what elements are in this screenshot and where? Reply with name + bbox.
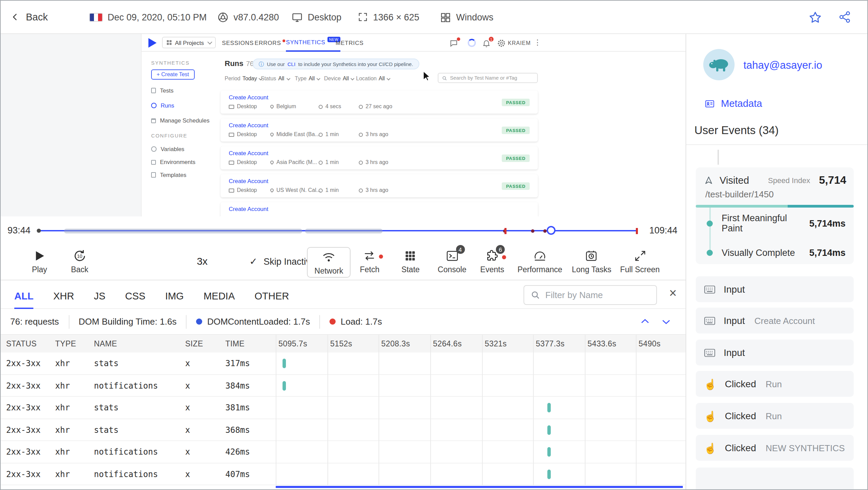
close-panel-icon[interactable]: × — [669, 287, 677, 299]
alert-dot-icon — [457, 37, 460, 41]
event-type: Input — [724, 347, 745, 358]
request-timing-bar — [547, 447, 551, 457]
tab-other[interactable]: OTHER — [255, 291, 289, 309]
event-marker[interactable] — [531, 229, 534, 232]
panel-scrollbar[interactable] — [276, 486, 683, 488]
load-dot-icon — [330, 318, 336, 325]
favorite-button[interactable] — [808, 1, 822, 33]
console-button[interactable]: 4 Console — [438, 248, 466, 274]
tab-all[interactable]: ALL — [14, 291, 33, 309]
request-row[interactable]: 2xx-3xx xhr notifications x 384ms — [1, 375, 686, 397]
console-icon: 4 — [445, 248, 459, 263]
clicked-event-card[interactable]: ☝ Clicked Run — [696, 371, 854, 397]
back-button[interactable]: Back — [10, 1, 48, 33]
tab-js[interactable]: JS — [94, 291, 106, 309]
tab-xhr[interactable]: XHR — [53, 291, 74, 309]
os-info: Windows — [440, 1, 494, 33]
events-label: Events — [480, 265, 504, 274]
back-label: Back — [71, 265, 88, 274]
recorded-tab-metrics: METRICS — [336, 34, 364, 52]
metric-dot-icon — [707, 249, 713, 256]
pin-icon — [270, 160, 274, 165]
share-button[interactable] — [838, 1, 852, 33]
status-badge: PASSED — [502, 154, 530, 162]
full-screen-button[interactable]: Full Screen — [620, 248, 660, 274]
filter-label: Location — [356, 76, 377, 82]
visited-path: /test-builder/1450 — [705, 189, 774, 199]
request-row[interactable]: 2xx-3xx xhr stats x 381ms — [1, 397, 686, 419]
play-button[interactable]: Play — [32, 248, 47, 274]
playhead-handle[interactable] — [547, 226, 556, 235]
metric-label: First Meaningful Paint — [722, 213, 809, 233]
events-button[interactable]: 6 Events — [480, 248, 504, 274]
replay-viewport[interactable]: All Projects SESSIONS ERRORS SYNTHETICS … — [1, 34, 686, 216]
prev-request-button[interactable] — [639, 316, 651, 327]
network-filter-input[interactable] — [545, 290, 650, 300]
tab-img[interactable]: IMG — [165, 291, 184, 309]
run-name-link: Create Account — [229, 94, 268, 101]
run-location: Asia Pacific (M... — [276, 159, 317, 165]
long-tasks-button[interactable]: Long Tasks — [572, 248, 611, 274]
run-location: Middle East (Ba... — [276, 131, 319, 137]
event-card-partial[interactable] — [696, 468, 854, 489]
device-info: Desktop — [291, 1, 341, 33]
project-selector: All Projects — [162, 37, 215, 48]
next-request-button[interactable] — [660, 316, 672, 327]
tab-media[interactable]: MEDIA — [204, 291, 235, 309]
tests-label: Tests — [160, 87, 174, 94]
player-controls: Play 10 Back 3x ✓ Skip Inactivity — [1, 244, 686, 280]
event-marker[interactable] — [543, 229, 547, 232]
id-card-icon — [704, 98, 716, 109]
runs-label: Runs — [161, 102, 174, 109]
request-row[interactable]: 2xx-3xx xhr notifications x 407ms — [1, 463, 686, 485]
error-marker[interactable] — [636, 228, 638, 234]
clock-icon — [359, 160, 363, 164]
recorded-tab-sessions: SESSIONS — [222, 34, 254, 52]
request-row[interactable]: 2xx-3xx xhr stats x 317ms — [1, 353, 686, 375]
navigation-arrow-icon — [704, 176, 713, 185]
recorded-tab-synthetics: SYNTHETICS NEW — [286, 34, 340, 52]
console-label: Console — [438, 265, 466, 274]
request-row[interactable]: 2xx-3xx xhr stats x 368ms — [1, 419, 686, 441]
input-event-card[interactable]: Input — [696, 276, 854, 302]
filter-type: Type All — [295, 76, 319, 82]
rewind-10-icon: 10 — [72, 248, 87, 263]
input-event-card[interactable]: Input — [696, 340, 854, 365]
tab-css[interactable]: CSS — [125, 291, 145, 309]
performance-button[interactable]: Performance — [517, 248, 562, 274]
monitor-icon — [291, 11, 303, 23]
clicked-event-card[interactable]: ☝ Clicked Run — [696, 403, 854, 429]
pin-icon — [270, 132, 274, 137]
clicked-event-card[interactable]: ☝ Clicked NEW SYNTHETICS — [696, 435, 854, 461]
visited-event-card[interactable]: Visited Speed Index 5,714 /test-builder/… — [696, 167, 854, 264]
sidebar-item-variables: Variables — [151, 146, 184, 152]
full-screen-icon — [633, 248, 647, 263]
filter-label: Period — [225, 76, 240, 82]
input-event-card[interactable]: Input Create Account — [696, 308, 854, 333]
col-status: STATUS — [6, 340, 37, 348]
request-timing-bar — [547, 403, 551, 412]
error-marker[interactable] — [504, 228, 506, 234]
state-button[interactable]: State — [401, 248, 420, 274]
time-col: 5208.3s — [381, 340, 410, 348]
monitor-icon — [229, 104, 234, 109]
request-row[interactable]: 2xx-3xx xhr notifications x 426ms — [1, 441, 686, 463]
network-button[interactable]: Network — [307, 247, 351, 278]
cursor-icon — [423, 71, 430, 81]
fetch-label: Fetch — [360, 265, 380, 274]
pin-icon — [270, 104, 274, 109]
speed-toggle[interactable]: 3x — [197, 255, 208, 267]
run-card: Create Account Desktop US West (N. Cal..… — [221, 174, 538, 197]
requests-count: 76: requests — [1, 315, 68, 328]
back-10s-button[interactable]: 10 Back — [71, 248, 88, 274]
cli-banner: ⓘ Use our CLI to include your Synthetics… — [253, 59, 419, 69]
fetch-button[interactable]: Fetch — [360, 248, 380, 274]
metadata-button[interactable]: Metadata — [704, 98, 762, 109]
time-col: 5377.3s — [536, 340, 565, 348]
bell-badge: 1 — [489, 37, 494, 42]
chevron-down-icon — [317, 76, 320, 80]
load-time: Load: 1.7s — [320, 315, 391, 328]
hippo-icon — [708, 56, 730, 74]
timeline-track[interactable] — [38, 230, 637, 231]
search-placeholder: Search by Test Name or #Tag — [450, 75, 517, 81]
